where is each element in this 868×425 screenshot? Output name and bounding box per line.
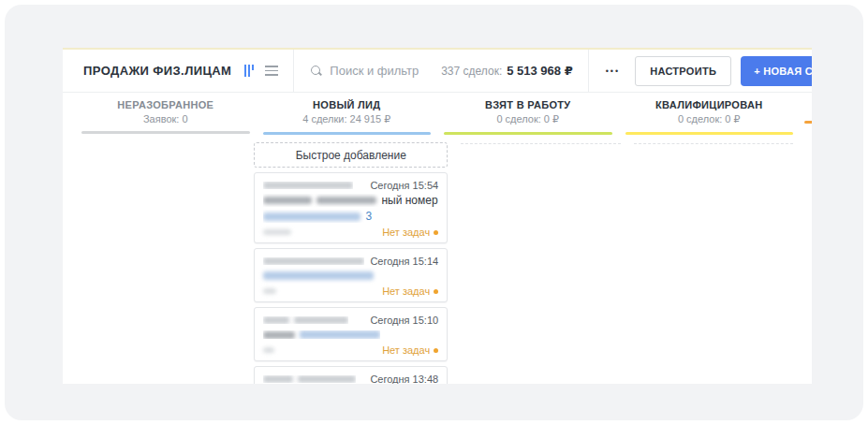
redacted-text <box>263 288 276 294</box>
stage-column-in-progress <box>461 135 620 384</box>
card-timestamp: Сегодня 13:48 <box>370 374 438 385</box>
redacted-text <box>263 347 274 353</box>
deals-summary: 337 сделок: 5 513 968 ₽ <box>441 64 588 78</box>
toolbar-actions: ••• НАСТРОИТЬ + НОВАЯ СДЕЛКА <box>588 50 812 92</box>
redacted-text <box>316 197 376 204</box>
app-background: ПРОДАЖИ ФИЗ.ЛИЦАМ Поиск и фильтр 337 сде… <box>5 5 863 420</box>
redacted-text <box>263 229 291 235</box>
stage-headers: НЕРАЗОБРАННОЕ Заявок: 0 НОВЫЙ ЛИД 4 сдел… <box>63 99 812 135</box>
stage-count: 0 сделок: 0 ₽ <box>444 113 612 125</box>
pipeline-title: ПРОДАЖИ ФИЗ.ЛИЦАМ <box>63 64 231 78</box>
deal-card[interactable]: Сегодня 15:14 Нет задач <box>254 248 448 302</box>
task-status: Нет задач <box>382 344 438 356</box>
task-dot-icon <box>434 289 438 294</box>
deal-card[interactable]: Сегодня 15:54 ный номер 3 <box>254 172 448 243</box>
search-icon <box>311 66 321 76</box>
empty-dropzone <box>634 143 793 144</box>
stage-count: 0 сделок: 0 ₽ <box>625 113 794 125</box>
redacted-text <box>263 182 353 189</box>
list-view-icon[interactable] <box>265 66 278 76</box>
task-status: Нет задач <box>382 227 438 238</box>
stage-header-unsorted: НЕРАЗОБРАННОЕ Заявок: 0 <box>81 99 250 135</box>
redacted-text <box>263 257 364 265</box>
redacted-text <box>263 316 289 324</box>
stage-name: КВАЛИФИЦИРОВАН <box>625 99 794 110</box>
stage-column-unsorted <box>81 135 241 384</box>
quick-add-button[interactable]: Быстрое добавление <box>254 142 448 168</box>
search-input[interactable]: Поиск и фильтр <box>294 64 441 78</box>
card-link-fragment[interactable]: 3 <box>365 210 372 223</box>
stage-color-bar <box>81 131 250 134</box>
deal-card[interactable]: Сегодня 13:48 <box>254 366 448 384</box>
card-timestamp: Сегодня 15:54 <box>370 180 438 191</box>
stage-column-qualified <box>634 135 793 384</box>
stage-name: ВЗЯТ В РАБОТУ <box>444 99 612 110</box>
kanban-board: Быстрое добавление Сегодня 15:54 ный ном… <box>63 135 812 384</box>
stage-name: НОВЫЙ ЛИД <box>263 99 432 110</box>
redacted-text <box>298 375 356 383</box>
card-text-fragment: ный номер <box>381 194 437 207</box>
deals-sum: 5 513 968 ₽ <box>507 64 573 78</box>
task-status: Нет задач <box>382 286 438 297</box>
task-dot-icon <box>434 230 438 235</box>
task-status-label: Нет задач <box>382 286 430 297</box>
more-menu-icon[interactable]: ••• <box>602 61 624 81</box>
redacted-text <box>263 197 312 204</box>
task-status-label: Нет задач <box>382 227 430 238</box>
crm-pipeline-panel: ПРОДАЖИ ФИЗ.ЛИЦАМ Поиск и фильтр 337 сде… <box>63 48 812 384</box>
card-timestamp: Сегодня 15:10 <box>370 315 438 326</box>
next-stage-peek-bar <box>804 121 812 124</box>
task-dot-icon <box>434 348 438 353</box>
stage-column-new-lead: Быстрое добавление Сегодня 15:54 ный ном… <box>254 135 448 384</box>
stage-header-new-lead: НОВЫЙ ЛИД 4 сделки: 24 915 ₽ <box>263 99 432 135</box>
empty-dropzone <box>461 143 620 144</box>
search-placeholder: Поиск и фильтр <box>330 64 419 78</box>
card-timestamp: Сегодня 15:14 <box>370 256 438 267</box>
redacted-link <box>263 212 360 221</box>
redacted-text <box>263 331 295 339</box>
stage-count: 4 сделки: 24 915 ₽ <box>263 113 432 125</box>
top-toolbar: ПРОДАЖИ ФИЗ.ЛИЦАМ Поиск и фильтр 337 сде… <box>63 50 812 93</box>
pipeline-view-icon[interactable] <box>244 65 254 77</box>
redacted-text <box>263 375 293 383</box>
deal-card[interactable]: Сегодня 15:10 Нет задач <box>254 307 448 361</box>
redacted-link <box>263 271 374 280</box>
redacted-text <box>294 316 348 324</box>
task-status-label: Нет задач <box>382 344 430 356</box>
view-switcher <box>244 65 278 77</box>
stage-name: НЕРАЗОБРАННОЕ <box>81 99 250 110</box>
stage-header-qualified: КВАЛИФИЦИРОВАН 0 сделок: 0 ₽ <box>625 99 794 135</box>
deals-count: 337 сделок: <box>441 65 502 78</box>
redacted-link <box>300 330 380 339</box>
stage-count: Заявок: 0 <box>81 113 250 125</box>
new-deal-button[interactable]: + НОВАЯ СДЕЛКА <box>741 56 812 86</box>
configure-button[interactable]: НАСТРОИТЬ <box>635 56 731 86</box>
stage-header-in-progress: ВЗЯТ В РАБОТУ 0 сделок: 0 ₽ <box>444 99 612 135</box>
